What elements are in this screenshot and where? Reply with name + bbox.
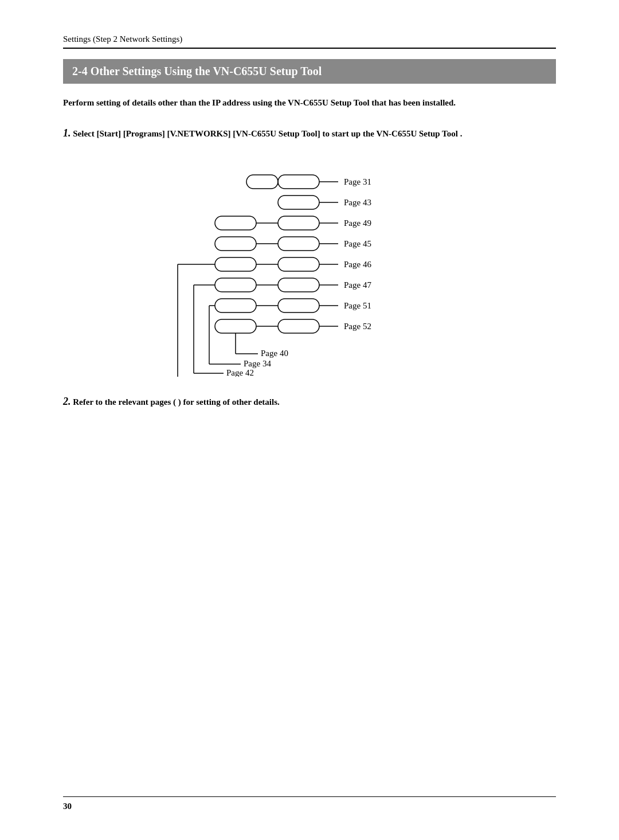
svg-text:Page 43: Page 43 [344,198,371,207]
button-4 [278,237,319,251]
svg-text:Page 47: Page 47 [344,280,371,290]
button-2 [278,196,319,209]
button-1 [278,175,319,189]
diagram-svg: Page 31 Page 43 Page 49 Page 45 Page 46 … [109,159,510,377]
left-button-5 [215,299,256,312]
left-button-4 [215,278,256,292]
left-button-3 [215,257,256,271]
button-7 [278,299,319,312]
svg-text:Page 40: Page 40 [261,349,288,358]
svg-text:Page 46: Page 46 [344,260,371,269]
svg-text:Page 31: Page 31 [344,177,371,186]
svg-text:Page 51: Page 51 [344,301,371,310]
step-2: 2. Refer to the relevant pages ( ) for s… [63,394,556,410]
svg-text:Page 49: Page 49 [344,218,371,228]
left-button-6 [215,319,256,333]
breadcrumb: Settings (Step 2 Network Settings) [63,34,556,49]
svg-text:Page 52: Page 52 [344,322,371,331]
top-button [246,175,278,189]
footer: 30 [63,796,556,811]
svg-text:Page 34: Page 34 [244,359,271,368]
left-button-2 [215,237,256,251]
svg-text:Page 45: Page 45 [344,239,371,248]
step-1: 1. Select [Start] [Programs] [V.NETWORKS… [63,126,556,142]
svg-text:Page 42: Page 42 [226,368,254,377]
button-5 [278,257,319,271]
section-heading: 2-4 Other Settings Using the VN-C655U Se… [63,59,556,84]
button-6 [278,278,319,292]
intro-paragraph: Perform setting of details other than th… [63,96,556,110]
button-8 [278,319,319,333]
diagram: Page 31 Page 43 Page 49 Page 45 Page 46 … [63,159,556,382]
button-3 [278,216,319,230]
left-button-1 [215,216,256,230]
